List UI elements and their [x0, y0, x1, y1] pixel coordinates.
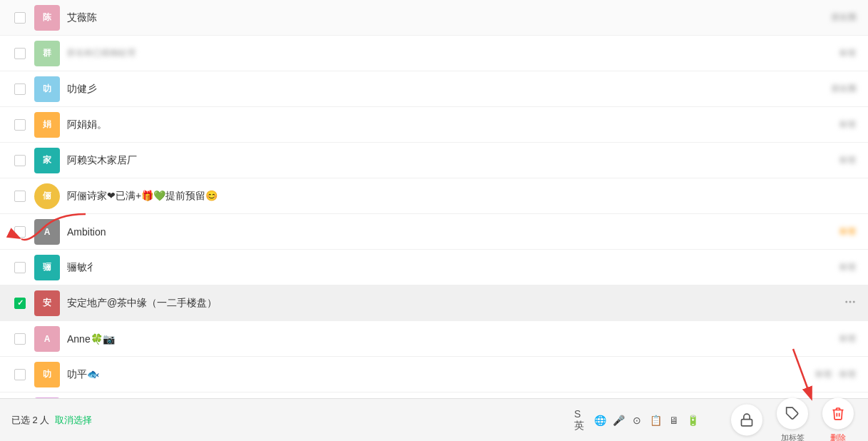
bottom-status: 已选 2 人 取消选择	[11, 414, 92, 427]
contact-tag: 标签	[839, 261, 857, 273]
contact-name: 叻健彡	[67, 83, 825, 96]
delete-icon-circle	[822, 397, 854, 429]
lock-icon	[740, 413, 754, 427]
contact-name: Anne🍀📷	[67, 333, 834, 345]
toolbar-icons: S英 🌐 🎤 ⊙ 📋 🖥 🔋	[574, 413, 700, 427]
contact-tag: 标签 · 标签	[815, 368, 857, 380]
tag-icon-circle	[777, 397, 808, 429]
contact-checkbox[interactable]	[14, 262, 26, 273]
contact-avatar: 叻	[34, 76, 60, 102]
contact-avatar: 叻	[34, 362, 60, 387]
contact-row[interactable]: 叻叻平🐟标签 · 标签	[0, 357, 868, 392]
contact-row[interactable]: 骊骊敏彳标签	[0, 250, 868, 285]
contact-row[interactable]: 陈艾薇陈朋友圈	[0, 0, 868, 36]
contact-name: 骊敏彳	[67, 261, 834, 274]
contact-checkbox[interactable]	[14, 48, 26, 59]
globe-icon[interactable]: 🌐	[593, 413, 607, 427]
contact-avatar: A	[34, 219, 60, 245]
contact-checkbox[interactable]	[14, 191, 26, 202]
contact-action-icon[interactable]	[844, 295, 857, 310]
checkbox-area	[11, 119, 29, 131]
contact-checkbox[interactable]	[14, 83, 26, 95]
contact-avatar: 安	[34, 290, 60, 316]
checkbox-area	[11, 48, 29, 59]
contact-name: 阿赖实木家居厂	[67, 154, 834, 167]
contact-avatar: 俪	[34, 183, 60, 209]
tag-icon	[785, 406, 800, 420]
svg-rect-4	[742, 420, 752, 426]
monitor-icon[interactable]: 🖥	[667, 413, 681, 427]
checkbox-area	[11, 298, 29, 309]
tag-label: 加标签	[781, 432, 805, 441]
selected-count: 已选 2 人	[11, 415, 49, 425]
contact-checkbox[interactable]	[14, 298, 26, 309]
checkbox-area	[11, 12, 29, 24]
contact-tag: 朋友圈	[831, 11, 857, 24]
contact-name: 艾薇陈	[67, 11, 825, 24]
lock-button[interactable]	[731, 405, 762, 436]
bottom-bar: 已选 2 人 取消选择 S英 🌐 🎤 ⊙ 📋 🖥 🔋	[0, 398, 868, 441]
checkbox-area	[11, 155, 29, 166]
contact-checkbox[interactable]	[14, 12, 26, 24]
svg-point-1	[849, 301, 851, 303]
checkbox-area	[11, 226, 29, 238]
clipboard-icon[interactable]: 📋	[648, 413, 663, 427]
contact-row[interactable]: AAmbition标签	[0, 214, 868, 250]
circle-icon[interactable]: ⊙	[630, 413, 644, 427]
contact-name: Ambition	[67, 226, 834, 238]
delete-icon	[831, 406, 845, 420]
contact-name: 阿娟娟。	[67, 118, 834, 131]
contact-tag: 标签	[839, 118, 857, 131]
contact-row[interactable]: 安安定地产@茶中缘（一二手楼盘）	[0, 285, 868, 321]
contact-checkbox[interactable]	[14, 155, 26, 166]
contact-row[interactable]: 娟阿娟娟。标签	[0, 107, 868, 143]
contact-row[interactable]: 叻叻健彡朋友圈	[0, 71, 868, 107]
contact-avatar: 家	[34, 148, 60, 173]
svg-point-2	[854, 301, 855, 303]
contact-tag: 标签	[839, 333, 857, 345]
mic-icon[interactable]: 🎤	[611, 413, 626, 427]
contact-row[interactable]: 俪阿俪诗家❤已满+🎁💚提前预留😊	[0, 178, 868, 214]
contact-tag: 标签	[839, 154, 857, 166]
contact-checkbox[interactable]	[14, 119, 26, 131]
delete-button[interactable]: 删除	[822, 397, 854, 441]
contact-checkbox[interactable]	[14, 226, 26, 238]
contact-row[interactable]: 家阿赖实木家居厂标签	[0, 143, 868, 178]
lock-icon-circle	[731, 405, 762, 436]
delete-label: 删除	[830, 432, 846, 441]
contact-avatar: 陈	[34, 5, 60, 31]
contact-avatar: A	[34, 326, 60, 352]
contact-tag: 标签	[839, 225, 857, 238]
contact-tag: 朋友圈	[831, 83, 857, 95]
tag-button[interactable]: 加标签	[777, 397, 808, 441]
contact-list: 陈艾薇陈朋友圈群群名称已模糊处理标签叻叻健彡朋友圈娟阿娟娟。标签家阿赖实木家居厂…	[0, 0, 868, 398]
battery-icon[interactable]: 🔋	[685, 413, 700, 427]
contact-row[interactable]: AAnne🍀📷标签	[0, 321, 868, 357]
checkbox-area	[11, 369, 29, 380]
cancel-select-link[interactable]: 取消选择	[55, 415, 92, 425]
contact-checkbox[interactable]	[14, 333, 26, 345]
input-method-icon[interactable]: S英	[574, 413, 588, 427]
checkbox-area	[11, 83, 29, 95]
contact-name: 叻平🐟	[67, 368, 810, 381]
contact-row[interactable]: 群群名称已模糊处理标签	[0, 36, 868, 71]
contact-name: 阿俪诗家❤已满+🎁💚提前预留😊	[67, 190, 857, 203]
checkbox-area	[11, 191, 29, 202]
svg-point-3	[846, 301, 847, 303]
bottom-actions: S英 🌐 🎤 ⊙ 📋 🖥 🔋 加标签	[574, 397, 854, 441]
contact-tag: 标签	[839, 47, 857, 59]
contact-avatar: 骊	[34, 255, 60, 280]
contact-checkbox[interactable]	[14, 369, 26, 380]
checkbox-area	[11, 333, 29, 345]
contact-name: 群名称已模糊处理	[67, 47, 834, 59]
contact-avatar: 娟	[34, 112, 60, 138]
contact-avatar: 群	[34, 41, 60, 66]
checkbox-area	[11, 262, 29, 273]
contact-name: 安定地产@茶中缘（一二手楼盘）	[67, 297, 844, 310]
